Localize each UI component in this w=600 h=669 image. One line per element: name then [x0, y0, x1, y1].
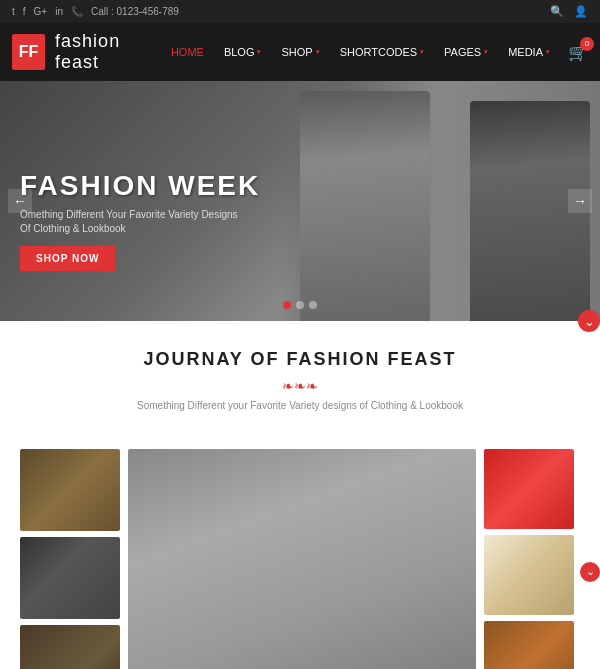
top-bar: t f G+ in 📞 Call : 0123-456-789 🔍 👤	[0, 0, 600, 23]
journey-section: JOURNAY OF FASHION FEAST ❧❧❧ Something D…	[0, 321, 600, 449]
product-man-jacket[interactable]	[128, 449, 476, 669]
product-section: ⌄	[0, 449, 600, 669]
phone-text: Call : 0123-456-789	[91, 6, 179, 17]
product-handbag[interactable]	[484, 449, 574, 529]
logo-box[interactable]: FF	[12, 34, 45, 70]
product-col-left	[20, 449, 120, 669]
hero-prev-arrow[interactable]: ←	[8, 189, 32, 213]
product-col-right-small	[484, 449, 574, 669]
header: FF fashion feast HOME BLOG ▾ SHOP ▾ SHOR…	[0, 23, 600, 81]
cart-icon[interactable]: 🛒 0	[568, 43, 588, 62]
nav-home[interactable]: HOME	[161, 40, 214, 64]
search-icon[interactable]: 🔍	[550, 5, 564, 18]
brand-name: fashion feast	[55, 31, 161, 73]
nav-shop[interactable]: SHOP ▾	[271, 40, 329, 64]
dot-3[interactable]	[309, 301, 317, 309]
facebook-icon[interactable]: f	[23, 6, 26, 17]
journey-subtitle: Something Different your Favorite Variet…	[20, 400, 580, 411]
product-heels[interactable]	[484, 535, 574, 615]
product-col-right	[484, 449, 580, 669]
scroll-down-button[interactable]: ⌄	[578, 310, 600, 332]
model-man	[300, 91, 430, 321]
product-jacket[interactable]	[20, 449, 120, 531]
top-bar-right: 🔍 👤	[550, 5, 588, 18]
chevron-down-icon: ▾	[316, 48, 320, 56]
linkedin-icon[interactable]: in	[55, 6, 63, 17]
social-links: t f G+ in 📞 Call : 0123-456-789	[12, 6, 179, 17]
chevron-down-icon: ▾	[420, 48, 424, 56]
nav-media[interactable]: MEDIA ▾	[498, 40, 560, 64]
product-grid	[0, 449, 600, 669]
dot-1[interactable]	[283, 301, 291, 309]
logo-area: FF fashion feast	[12, 31, 161, 73]
hero-next-arrow[interactable]: →	[568, 189, 592, 213]
main-nav: HOME BLOG ▾ SHOP ▾ SHORTCODES ▾ PAGES ▾ …	[161, 40, 588, 64]
twitter-icon[interactable]: t	[12, 6, 15, 17]
journey-title: JOURNAY OF FASHION FEAST	[20, 349, 580, 370]
grid-scroll-button[interactable]: ⌄	[580, 562, 600, 582]
dot-2[interactable]	[296, 301, 304, 309]
chevron-down-icon: ▾	[546, 48, 550, 56]
chevron-down-icon: ▾	[484, 48, 488, 56]
product-leather-jacket[interactable]	[484, 621, 574, 669]
nav-blog[interactable]: BLOG ▾	[214, 40, 272, 64]
hero-content: FASHION WEEK Omething Different Your Fav…	[20, 171, 260, 271]
phone-icon: 📞	[71, 6, 83, 17]
product-backpack[interactable]	[20, 537, 120, 619]
user-icon[interactable]: 👤	[574, 5, 588, 18]
hero-image	[280, 81, 600, 321]
hero-subtitle: Omething Different Your Favorite Variety…	[20, 208, 240, 236]
product-col-center	[128, 449, 476, 669]
journey-divider: ❧❧❧	[20, 378, 580, 394]
hero-slider: FASHION WEEK Omething Different Your Fav…	[0, 81, 600, 321]
shop-now-button[interactable]: SHOP NOW	[20, 246, 115, 271]
nav-pages[interactable]: PAGES ▾	[434, 40, 498, 64]
nav-shortcodes[interactable]: SHORTCODES ▾	[330, 40, 434, 64]
hero-dots	[283, 301, 317, 309]
chevron-down-icon: ▾	[257, 48, 261, 56]
googleplus-icon[interactable]: G+	[34, 6, 48, 17]
cart-badge: 0	[580, 37, 594, 51]
product-shoes[interactable]	[20, 625, 120, 669]
hero-title: FASHION WEEK	[20, 171, 260, 202]
